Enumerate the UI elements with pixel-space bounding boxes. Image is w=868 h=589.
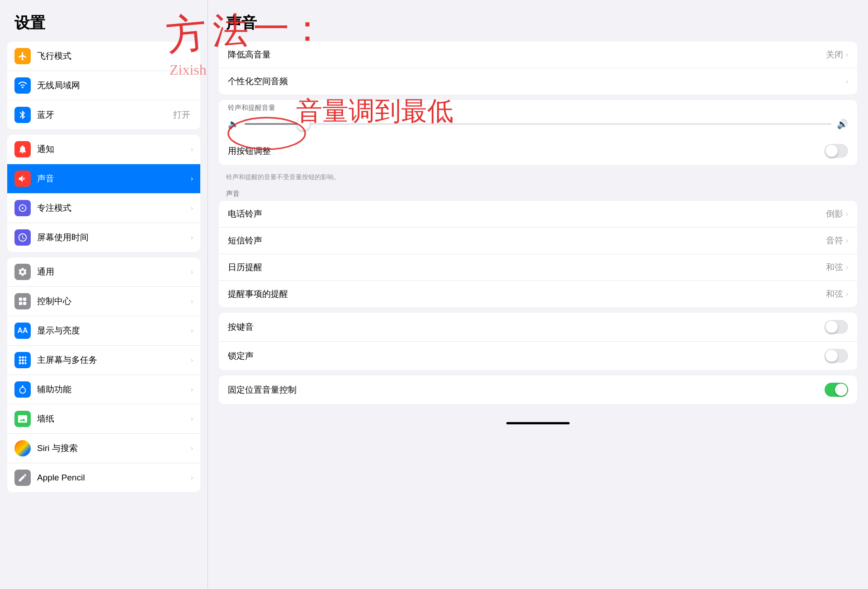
fixed-position-label: 固定位置音量控制 (228, 384, 825, 396)
sidebar-item-label-wallpaper: 墙纸 (37, 413, 191, 425)
fixed-position-toggle[interactable] (825, 383, 848, 397)
chevron-home: › (191, 356, 193, 364)
svg-rect-3 (23, 302, 26, 305)
volume-slider-fill (245, 123, 303, 125)
lock-sound-label: 锁定声 (228, 350, 825, 362)
content-item-sms-tone[interactable]: 短信铃声 音符 › (219, 228, 857, 254)
focus-icon (14, 200, 31, 216)
volume-slider-track[interactable] (245, 123, 831, 125)
keyboard-toggle-knob (826, 321, 838, 333)
sidebar-item-label-accessibility: 辅助功能 (37, 384, 191, 395)
bluetooth-icon (14, 107, 31, 123)
chevron-siri: › (191, 444, 193, 452)
sms-tone-value: 音符 (826, 235, 843, 247)
sidebar-item-focus[interactable]: 专注模式 › (7, 194, 200, 223)
content-item-reduce-loud[interactable]: 降低高音量 关闭 › (219, 42, 857, 68)
sidebar-item-siri[interactable]: Siri 与搜索 › (7, 434, 200, 463)
lock-toggle-knob (826, 350, 838, 362)
reduce-loud-chevron: › (846, 51, 848, 59)
svg-rect-8 (22, 359, 24, 361)
home-indicator (506, 422, 570, 424)
sidebar-item-screentime[interactable]: 屏幕使用时间 › (7, 223, 200, 252)
sidebar-item-applepencil[interactable]: Apple Pencil › (7, 463, 200, 492)
chevron-accessibility: › (191, 385, 193, 394)
adjust-buttons-toggle[interactable] (825, 144, 848, 158)
sidebar-item-wifi[interactable]: 无线局域网 (7, 71, 200, 100)
svg-rect-5 (22, 356, 24, 359)
content-section-sounds-toggle: 按键音 锁定声 (219, 313, 857, 370)
chevron-general: › (191, 268, 193, 276)
applepencil-icon (14, 470, 31, 486)
sidebar-item-label-focus: 专注模式 (37, 202, 191, 214)
content-section-audio: 降低高音量 关闭 › 个性化空间音频 › (219, 42, 857, 95)
sidebar-item-label-sound: 声音 (37, 173, 191, 185)
svg-rect-10 (19, 362, 21, 365)
content-section-ringtone-volume: 铃声和提醒音量 🔈 🔊 用按钮调整 (219, 100, 857, 165)
lock-sound-toggle[interactable] (825, 349, 848, 363)
content-item-keyboard-clicks[interactable]: 按键音 (219, 313, 857, 342)
content-item-fixed-position[interactable]: 固定位置音量控制 (219, 375, 857, 404)
content-item-personalized-spatial[interactable]: 个性化空间音频 › (219, 68, 857, 95)
sidebar-item-general[interactable]: 通用 › (7, 257, 200, 287)
general-icon (14, 264, 31, 280)
display-icon: AA (14, 323, 31, 339)
airplane-icon (14, 48, 31, 64)
screentime-icon (14, 229, 31, 246)
sidebar-item-bluetooth[interactable]: 蓝牙 打开 (7, 100, 200, 129)
content-item-lock-sound[interactable]: 锁定声 (219, 342, 857, 370)
svg-rect-7 (19, 359, 21, 361)
wallpaper-icon (14, 411, 31, 427)
sidebar-item-accessibility[interactable]: 辅助功能 › (7, 375, 200, 404)
chevron-applepencil: › (191, 474, 193, 482)
sidebar-item-sound[interactable]: 声音 › (7, 164, 200, 194)
sidebar-item-label-airplane: 飞行模式 (37, 50, 193, 62)
calendar-alert-chevron: › (846, 263, 848, 271)
svg-rect-4 (19, 356, 21, 359)
chevron-display: › (191, 327, 193, 335)
accessibility-icon (14, 381, 31, 398)
sidebar-title: 设置 (0, 0, 208, 42)
personalized-spatial-chevron: › (846, 77, 848, 86)
svg-point-13 (22, 385, 24, 387)
chevron-control: › (191, 297, 193, 305)
svg-rect-11 (22, 362, 24, 365)
sidebar-item-label-notification: 通知 (37, 143, 191, 155)
keyboard-clicks-toggle[interactable] (825, 320, 848, 334)
chevron-wallpaper: › (191, 415, 193, 423)
siri-icon (14, 440, 31, 456)
sidebar-item-label-siri: Siri 与搜索 (37, 442, 191, 454)
main-title: 声音 (208, 0, 868, 42)
reduce-loud-value: 关闭 (826, 49, 843, 61)
chevron-icon: › (191, 145, 193, 153)
reminder-alert-value: 和弦 (826, 288, 843, 300)
sidebar-section-connectivity: 飞行模式 无线局域网 蓝牙 打开 (7, 42, 200, 129)
content-item-calendar-alert[interactable]: 日历提醒 和弦 › (219, 254, 857, 281)
fixed-position-toggle-knob (835, 384, 847, 396)
content-section-sounds: 电话铃声 倒影 › 短信铃声 音符 › 日历提醒 和弦 › 提醒事项的提醒 和弦… (219, 201, 857, 307)
content-item-adjust-buttons[interactable]: 用按钮调整 (219, 137, 857, 165)
wifi-icon (14, 77, 31, 94)
content-item-reminder-alert[interactable]: 提醒事项的提醒 和弦 › (219, 281, 857, 307)
sidebar-item-control[interactable]: 控制中心 › (7, 287, 200, 316)
sidebar-item-home[interactable]: 主屏幕与多任务 › (7, 346, 200, 375)
sidebar-item-display[interactable]: AA 显示与亮度 › (7, 316, 200, 346)
sidebar-item-label-wifi: 无线局域网 (37, 80, 193, 91)
sidebar-item-label-home: 主屏幕与多任务 (37, 354, 191, 366)
keyboard-clicks-label: 按键音 (228, 321, 825, 333)
sidebar-item-notification[interactable]: 通知 › (7, 135, 200, 164)
main-content: 声音 降低高音量 关闭 › 个性化空间音频 › 铃声和提醒音量 🔈 (208, 0, 868, 589)
volume-slider-thumb[interactable] (297, 118, 310, 130)
sidebar-item-label-control: 控制中心 (37, 295, 191, 307)
sound-icon (14, 171, 31, 187)
svg-rect-12 (25, 362, 27, 365)
sms-tone-chevron: › (846, 237, 848, 245)
content-item-ringtone[interactable]: 电话铃声 倒影 › (219, 201, 857, 228)
personalized-spatial-label: 个性化空间音频 (228, 76, 846, 87)
volume-low-icon: 🔈 (228, 119, 239, 129)
sidebar-item-wallpaper[interactable]: 墙纸 › (7, 404, 200, 434)
sidebar-item-airplane[interactable]: 飞行模式 (7, 42, 200, 71)
toggle-knob (826, 145, 838, 157)
notification-icon (14, 141, 31, 157)
reminder-alert-label: 提醒事项的提醒 (228, 288, 826, 300)
ringtone-value: 倒影 (826, 208, 843, 220)
